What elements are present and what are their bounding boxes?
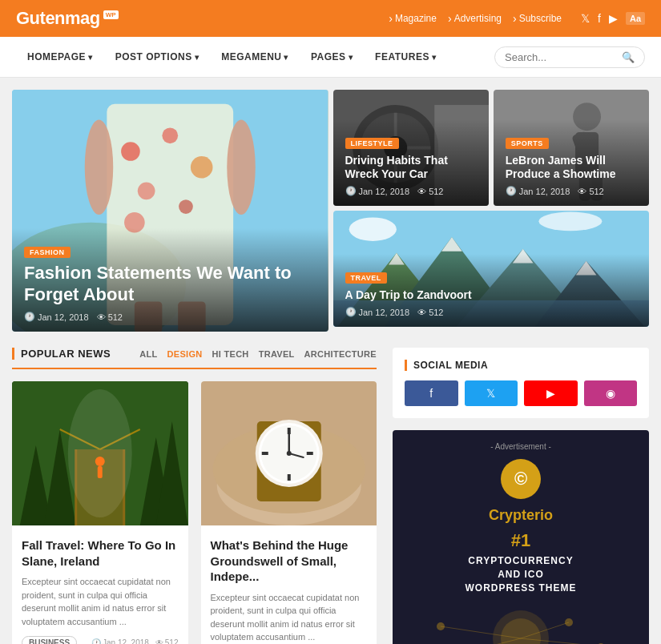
- lifestyle-date: 🕐 Jan 12, 2018: [345, 186, 410, 196]
- clock-icon: 🕐: [345, 186, 357, 196]
- chevron-down-icon: ▾: [195, 53, 200, 62]
- social-buttons: f 𝕏 ▶ ◉: [405, 380, 637, 406]
- lower-section: POPULAR NEWS ALL DESIGN HI TECH TRAVEL A…: [12, 348, 649, 644]
- fashion-date: 🕐 Jan 12, 2018: [24, 312, 89, 322]
- font-size-icon[interactable]: Aa: [626, 12, 645, 25]
- filter-design[interactable]: DESIGN: [167, 349, 203, 359]
- filter-tabs: ALL DESIGN HI TECH TRAVEL ARCHITECTURE: [139, 349, 377, 359]
- news-grid: Fall Travel: Where To Go In Slane, Irela…: [12, 381, 377, 644]
- fall-travel-excerpt: Excepteur sint occaecat cupidatat non pr…: [22, 575, 179, 628]
- clock-icon: 🕐: [24, 312, 35, 322]
- eye-icon: 👁: [578, 187, 586, 196]
- fall-travel-meta: 🕐 Jan 12, 2018 👁 512: [91, 638, 179, 644]
- search-icon[interactable]: 🔍: [622, 51, 635, 63]
- fall-travel-body: Fall Travel: Where To Go In Slane, Irela…: [12, 528, 188, 644]
- lifestyle-views: 👁 512: [417, 187, 443, 196]
- lifestyle-card-overlay: LIFESTYLE Driving Habits That Wreck Your…: [333, 119, 489, 206]
- nav-bar: HOMEPAGE ▾ POST OPTIONS ▾ MEGAMENU ▾ PAG…: [0, 37, 661, 78]
- filter-travel[interactable]: TRAVEL: [259, 349, 295, 359]
- nav-menu: HOMEPAGE ▾ POST OPTIONS ▾ MEGAMENU ▾ PAG…: [16, 37, 447, 77]
- facebook-button[interactable]: f: [405, 380, 458, 406]
- eye-icon: 👁: [417, 308, 426, 317]
- chevron-down-icon: ▾: [88, 53, 93, 62]
- hero-card-sports[interactable]: SPORTS LeBron James Will Produce a Showt…: [494, 90, 649, 206]
- travel-views: 👁 512: [417, 308, 443, 317]
- main-content: FASHION Fashion Statements We Want to Fo…: [0, 78, 661, 644]
- svg-rect-64: [261, 452, 268, 455]
- logo-badge: WP: [103, 10, 119, 19]
- facebook-icon[interactable]: f: [598, 12, 601, 25]
- filter-all[interactable]: ALL: [139, 349, 157, 359]
- ad-label: - Advertisement -: [405, 442, 637, 451]
- twitter-button[interactable]: 𝕏: [465, 380, 518, 406]
- nav-megamenu[interactable]: MEGAMENU ▾: [210, 37, 300, 77]
- svg-point-39: [349, 217, 396, 241]
- clock-icon: 🕐: [506, 186, 517, 196]
- news-card-fall-travel[interactable]: Fall Travel: Where To Go In Slane, Irela…: [12, 381, 188, 644]
- right-column: LIFESTYLE Driving Habits That Wreck Your…: [333, 90, 650, 327]
- nav-advertising[interactable]: Advertising: [448, 12, 502, 25]
- nav-homepage[interactable]: HOMEPAGE ▾: [16, 37, 104, 77]
- groundswell-image: [201, 381, 377, 528]
- sports-title: LeBron James Will Produce a Showtime: [506, 154, 637, 181]
- popular-news-section: POPULAR NEWS ALL DESIGN HI TECH TRAVEL A…: [12, 348, 377, 644]
- search-box[interactable]: 🔍: [494, 46, 645, 68]
- svg-point-5: [191, 156, 213, 179]
- travel-card-overlay: TRAVEL A Day Trip to Zandvoort 🕐 Jan 12,…: [333, 254, 650, 327]
- sidebar: SOCIAL MEDIA f 𝕏 ▶ ◉ - Advertisement - ©…: [393, 348, 649, 644]
- youtube-button[interactable]: ▶: [524, 380, 578, 406]
- fall-travel-image: [12, 381, 188, 528]
- svg-point-4: [162, 127, 178, 143]
- top-row: LIFESTYLE Driving Habits That Wreck Your…: [333, 90, 650, 206]
- fashion-meta: 🕐 Jan 12, 2018 👁 512: [24, 312, 316, 322]
- svg-point-6: [138, 182, 155, 199]
- svg-point-54: [68, 389, 132, 517]
- hero-grid: FASHION Fashion Statements We Want to Fo…: [12, 90, 649, 332]
- nav-magazine[interactable]: Magazine: [389, 12, 437, 25]
- svg-point-3: [121, 142, 140, 161]
- sports-views: 👁 512: [578, 187, 603, 196]
- social-media-section: SOCIAL MEDIA f 𝕏 ▶ ◉: [393, 348, 649, 418]
- lifestyle-tag: LIFESTYLE: [345, 138, 399, 149]
- travel-date: 🕐 Jan 12, 2018: [345, 307, 410, 317]
- filter-hitech[interactable]: HI TECH: [212, 349, 249, 359]
- nav-pages[interactable]: PAGES ▾: [300, 37, 364, 77]
- fashion-views: 👁 512: [97, 312, 123, 322]
- chevron-down-icon: ▾: [349, 53, 353, 62]
- nav-features[interactable]: FEATURES ▾: [364, 37, 447, 77]
- nav-subscribe[interactable]: Subscribe: [513, 12, 562, 25]
- top-bar: Gutenmag WP Magazine Advertising Subscri…: [0, 0, 661, 37]
- lifestyle-meta: 🕐 Jan 12, 2018 👁 512: [345, 186, 477, 196]
- svg-rect-65: [306, 452, 312, 455]
- fashion-tag: FASHION: [24, 247, 71, 258]
- fall-travel-title: Fall Travel: Where To Go In Slane, Irela…: [22, 537, 179, 569]
- travel-title: A Day Trip to Zandvoort: [345, 288, 638, 302]
- clock-icon: 🕐: [91, 638, 101, 644]
- fashion-title: Fashion Statements We Want to Forget Abo…: [24, 263, 316, 305]
- filter-architecture[interactable]: ARCHITECTURE: [304, 349, 377, 359]
- instagram-button[interactable]: ◉: [584, 380, 638, 406]
- chevron-down-icon: ▾: [284, 53, 288, 62]
- search-input[interactable]: [505, 51, 617, 63]
- logo-text: Gutenmag: [16, 8, 100, 29]
- top-nav: Magazine Advertising Subscribe 𝕏 f ▶ Aa: [389, 12, 645, 25]
- fall-travel-footer: BUSINESS 🕐 Jan 12, 2018 👁 512: [22, 636, 179, 644]
- fall-travel-tag: BUSINESS: [22, 636, 77, 644]
- nav-post-options[interactable]: POST OPTIONS ▾: [104, 37, 211, 77]
- travel-meta: 🕐 Jan 12, 2018 👁 512: [345, 307, 638, 317]
- sports-tag: SPORTS: [506, 138, 549, 149]
- hero-card-fashion[interactable]: FASHION Fashion Statements We Want to Fo…: [12, 90, 328, 332]
- groundswell-title: What's Behind the Huge Groundswell of Sm…: [211, 537, 368, 585]
- clock-icon: 🕐: [345, 307, 357, 317]
- top-nav-icons: 𝕏 f ▶ Aa: [581, 12, 645, 25]
- popular-news-header: POPULAR NEWS ALL DESIGN HI TECH TRAVEL A…: [12, 348, 377, 369]
- youtube-icon[interactable]: ▶: [609, 12, 618, 25]
- svg-rect-63: [287, 474, 290, 481]
- hero-card-lifestyle[interactable]: LIFESTYLE Driving Habits That Wreck Your…: [333, 90, 489, 206]
- svg-point-40: [538, 211, 602, 231]
- logo[interactable]: Gutenmag WP: [16, 8, 119, 29]
- crypto-name: Crypterio: [405, 507, 637, 524]
- twitter-icon[interactable]: 𝕏: [581, 12, 590, 25]
- hero-card-travel[interactable]: TRAVEL A Day Trip to Zandvoort 🕐 Jan 12,…: [333, 211, 650, 327]
- news-card-groundswell[interactable]: What's Behind the Huge Groundswell of Sm…: [201, 381, 377, 644]
